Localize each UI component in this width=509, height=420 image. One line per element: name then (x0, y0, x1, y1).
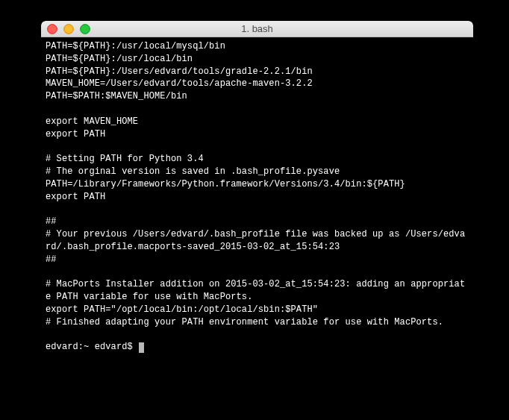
window-title: 1. bash (41, 23, 473, 34)
terminal-output: PATH=${PATH}:/usr/local/mysql/bin PATH=$… (46, 41, 465, 327)
traffic-lights (41, 24, 90, 34)
minimize-icon[interactable] (63, 24, 74, 34)
zoom-icon[interactable] (80, 24, 90, 34)
close-icon[interactable] (47, 24, 57, 34)
terminal-window: 1. bash PATH=${PATH}:/usr/local/mysql/bi… (41, 21, 473, 401)
titlebar[interactable]: 1. bash (41, 21, 473, 37)
terminal-body[interactable]: PATH=${PATH}:/usr/local/mysql/bin PATH=$… (41, 37, 473, 357)
cursor-icon (139, 342, 144, 353)
prompt: edvard:~ edvard$ (46, 341, 138, 354)
prompt-line: edvard:~ edvard$ (46, 341, 469, 354)
